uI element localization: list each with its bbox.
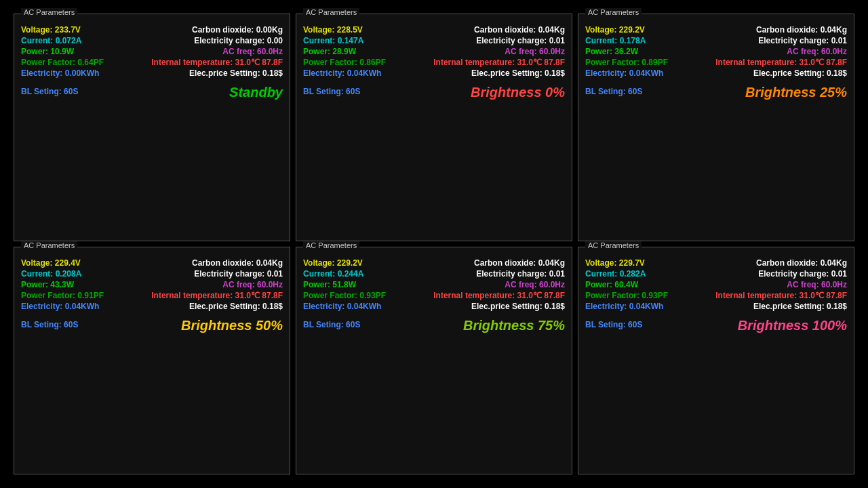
row-power-freq-6: Power: 60.4W AC freq: 60.0Hz xyxy=(585,280,847,289)
row-current-charge-4: Current: 0.208A Electricity charge: 0.01 xyxy=(21,269,283,279)
ac-freq-6: AC freq: 60.0Hz xyxy=(787,280,847,289)
row-elec-price-2: Electricity: 0.04KWh Elec.price Setting:… xyxy=(303,68,565,78)
elec-charge-6: Electricity charge: 0.01 xyxy=(758,269,847,279)
row-current-charge-1: Current: 0.072A Electricity charge: 0.00 xyxy=(21,36,283,45)
co2-6: Carbon dioxide: 0.04Kg xyxy=(756,258,847,268)
panel-3: AC Parameters Voltage: 229.2V Carbon dio… xyxy=(578,14,854,241)
status-2: Brightness 0% xyxy=(471,82,565,100)
ac-freq-5: AC freq: 60.0Hz xyxy=(505,280,565,289)
current-2: Current: 0.147A xyxy=(303,36,363,45)
electricity-2: Electricity: 0.04KWh xyxy=(303,68,381,78)
pf-6: Power Factor: 0.93PF xyxy=(585,291,668,300)
current-6: Current: 0.282A xyxy=(585,269,646,279)
bl-5: BL Seting: 60S xyxy=(303,320,360,329)
row-current-charge-6: Current: 0.282A Electricity charge: 0.01 xyxy=(585,269,847,279)
panel-title-5: AC Parameters xyxy=(303,241,359,249)
panel-content-1: Voltage: 233.7V Carbon dioxide: 0.00Kg C… xyxy=(21,25,283,100)
current-1: Current: 0.072A xyxy=(21,36,81,45)
pf-1: Power Factor: 0.64PF xyxy=(21,58,104,67)
voltage-4: Voltage: 229.4V xyxy=(21,258,81,268)
co2-2: Carbon dioxide: 0.04Kg xyxy=(474,25,565,35)
electricity-3: Electricity: 0.04KWh xyxy=(585,68,663,78)
co2-3: Carbon dioxide: 0.04Kg xyxy=(756,25,847,35)
current-3: Current: 0.178A xyxy=(585,36,646,45)
status-6: Brightness 100% xyxy=(738,315,847,333)
voltage-2: Voltage: 228.5V xyxy=(303,25,363,35)
bottom-row-1: BL Seting: 60S Standby xyxy=(21,82,283,100)
power-4: Power: 43.3W xyxy=(21,280,74,289)
ac-freq-1: AC freq: 60.0Hz xyxy=(222,47,283,56)
panel-content-6: Voltage: 229.7V Carbon dioxide: 0.04Kg C… xyxy=(585,258,847,333)
main-grid: AC Parameters Voltage: 233.7V Carbon dio… xyxy=(0,0,868,488)
ac-freq-3: AC freq: 60.0Hz xyxy=(787,47,847,56)
elec-charge-1: Electricity charge: 0.00 xyxy=(194,36,283,45)
bottom-row-2: BL Seting: 60S Brightness 0% xyxy=(303,82,565,100)
co2-5: Carbon dioxide: 0.04Kg xyxy=(474,258,565,268)
elec-price-6: Elec.price Setting: 0.18$ xyxy=(753,302,847,311)
panel-content-2: Voltage: 228.5V Carbon dioxide: 0.04Kg C… xyxy=(303,25,565,100)
panel-5: AC Parameters Voltage: 229.2V Carbon dio… xyxy=(296,247,572,474)
bottom-row-3: BL Seting: 60S Brightness 25% xyxy=(585,82,847,100)
internal-temp-5: Internal temperature: 31.0℃ 87.8F xyxy=(433,291,565,300)
co2-4: Carbon dioxide: 0.04Kg xyxy=(192,258,283,268)
pf-3: Power Factor: 0.89PF xyxy=(585,58,668,67)
pf-4: Power Factor: 0.91PF xyxy=(21,291,104,300)
co2-1: Carbon dioxide: 0.00Kg xyxy=(192,25,283,35)
electricity-5: Electricity: 0.04KWh xyxy=(303,302,381,311)
current-5: Current: 0.244A xyxy=(303,269,363,279)
row-power-freq-1: Power: 10.9W AC freq: 60.0Hz xyxy=(21,47,283,56)
power-3: Power: 36.2W xyxy=(585,47,638,56)
elec-price-5: Elec.price Setting: 0.18$ xyxy=(471,302,565,311)
internal-temp-6: Internal temperature: 31.0℃ 87.8F xyxy=(715,291,847,300)
bl-3: BL Seting: 60S xyxy=(585,87,642,96)
panel-title-4: AC Parameters xyxy=(21,241,77,249)
row-elec-price-1: Electricity: 0.00KWh Elec.price Setting:… xyxy=(21,68,283,78)
power-2: Power: 28.9W xyxy=(303,47,356,56)
electricity-1: Electricity: 0.00KWh xyxy=(21,68,99,78)
ac-freq-2: AC freq: 60.0Hz xyxy=(505,47,565,56)
row-pf-temp-5: Power Factor: 0.93PF Internal temperatur… xyxy=(303,291,565,300)
elec-price-4: Elec.price Setting: 0.18$ xyxy=(189,302,283,311)
row-elec-price-5: Electricity: 0.04KWh Elec.price Setting:… xyxy=(303,302,565,311)
ac-freq-4: AC freq: 60.0Hz xyxy=(222,280,283,289)
row-power-freq-5: Power: 51.8W AC freq: 60.0Hz xyxy=(303,280,565,289)
bl-1: BL Seting: 60S xyxy=(21,87,78,96)
row-power-freq-2: Power: 28.9W AC freq: 60.0Hz xyxy=(303,47,565,56)
row-voltage-co2-5: Voltage: 229.2V Carbon dioxide: 0.04Kg xyxy=(303,258,565,268)
elec-price-3: Elec.price Setting: 0.18$ xyxy=(753,68,847,78)
bl-6: BL Seting: 60S xyxy=(585,320,642,329)
bottom-row-5: BL Seting: 60S Brightness 75% xyxy=(303,315,565,333)
bottom-row-4: BL Seting: 60S Brightness 50% xyxy=(21,315,283,333)
elec-charge-4: Electricity charge: 0.01 xyxy=(194,269,283,279)
row-voltage-co2-4: Voltage: 229.4V Carbon dioxide: 0.04Kg xyxy=(21,258,283,268)
row-current-charge-2: Current: 0.147A Electricity charge: 0.01 xyxy=(303,36,565,45)
bl-2: BL Seting: 60S xyxy=(303,87,360,96)
pf-2: Power Factor: 0.86PF xyxy=(303,58,386,67)
row-elec-price-6: Electricity: 0.04KWh Elec.price Setting:… xyxy=(585,302,847,311)
panel-content-3: Voltage: 229.2V Carbon dioxide: 0.04Kg C… xyxy=(585,25,847,100)
power-6: Power: 60.4W xyxy=(585,280,638,289)
row-pf-temp-2: Power Factor: 0.86PF Internal temperatur… xyxy=(303,58,565,67)
internal-temp-4: Internal temperature: 31.0℃ 87.8F xyxy=(151,291,283,300)
panel-4: AC Parameters Voltage: 229.4V Carbon dio… xyxy=(14,247,290,474)
voltage-5: Voltage: 229.2V xyxy=(303,258,363,268)
row-voltage-co2-2: Voltage: 228.5V Carbon dioxide: 0.04Kg xyxy=(303,25,565,35)
bottom-row-6: BL Seting: 60S Brightness 100% xyxy=(585,315,847,333)
panel-6: AC Parameters Voltage: 229.7V Carbon dio… xyxy=(578,247,854,474)
voltage-1: Voltage: 233.7V xyxy=(21,25,81,35)
internal-temp-2: Internal temperature: 31.0℃ 87.8F xyxy=(433,58,565,67)
status-5: Brightness 75% xyxy=(463,315,565,333)
pf-5: Power Factor: 0.93PF xyxy=(303,291,386,300)
row-voltage-co2-6: Voltage: 229.7V Carbon dioxide: 0.04Kg xyxy=(585,258,847,268)
row-voltage-co2-3: Voltage: 229.2V Carbon dioxide: 0.04Kg xyxy=(585,25,847,35)
current-4: Current: 0.208A xyxy=(21,269,81,279)
panel-title-6: AC Parameters xyxy=(585,241,642,249)
electricity-6: Electricity: 0.04KWh xyxy=(585,302,663,311)
internal-temp-1: Internal temperature: 31.0℃ 87.8F xyxy=(151,58,283,67)
panel-2: AC Parameters Voltage: 228.5V Carbon dio… xyxy=(296,14,572,241)
power-5: Power: 51.8W xyxy=(303,280,356,289)
row-pf-temp-6: Power Factor: 0.93PF Internal temperatur… xyxy=(585,291,847,300)
row-voltage-co2-1: Voltage: 233.7V Carbon dioxide: 0.00Kg xyxy=(21,25,283,35)
elec-charge-5: Electricity charge: 0.01 xyxy=(476,269,565,279)
row-elec-price-3: Electricity: 0.04KWh Elec.price Setting:… xyxy=(585,68,847,78)
